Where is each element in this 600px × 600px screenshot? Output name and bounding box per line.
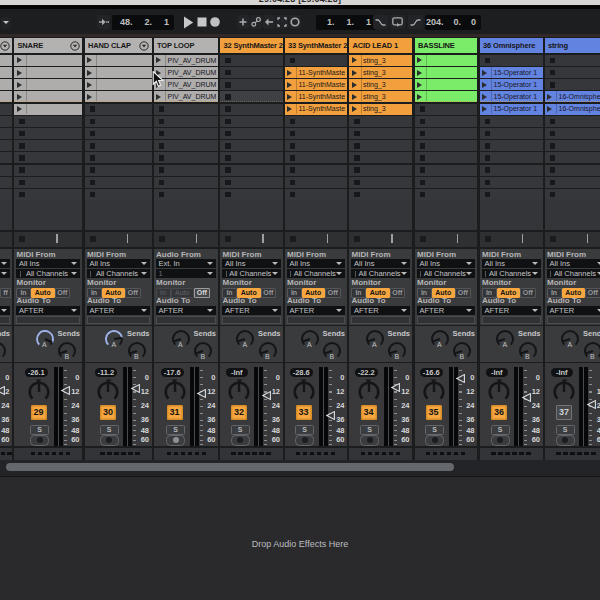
clip-play-icon[interactable] <box>17 70 22 76</box>
clip-slot-clip[interactable] <box>14 104 82 115</box>
clip-stop-icon[interactable] <box>225 131 231 137</box>
send-b-knob[interactable] <box>0 341 7 361</box>
solo-button[interactable]: S <box>100 425 119 436</box>
clip-slot-empty[interactable] <box>154 104 219 115</box>
clip-slot-clip[interactable]: sting_3 <box>349 104 412 115</box>
clip-play-icon[interactable] <box>482 82 487 88</box>
clip-slot-empty[interactable] <box>285 128 348 139</box>
clip-slot-empty[interactable] <box>0 152 12 163</box>
clip-slot-empty[interactable] <box>154 140 219 151</box>
clip-slot-empty[interactable] <box>415 128 478 139</box>
volume-value[interactable]: -22.2 <box>355 368 378 378</box>
clip-slot-empty[interactable] <box>14 165 82 176</box>
clip-stop-icon[interactable] <box>19 180 25 186</box>
arm-button[interactable] <box>491 435 510 446</box>
clip-play-icon[interactable] <box>87 70 92 76</box>
track-number-button[interactable]: 36 <box>491 405 507 420</box>
clip-slot-empty[interactable] <box>0 165 12 176</box>
clip-slot-empty[interactable] <box>545 177 600 188</box>
clip-play-icon[interactable] <box>482 70 487 76</box>
clip-slot-empty[interactable] <box>349 128 412 139</box>
clip-slot-clip[interactable] <box>415 91 478 102</box>
stop-all-clips-button[interactable] <box>90 236 96 242</box>
clip-stop-icon[interactable] <box>90 131 96 137</box>
transport-left-menu-button[interactable] <box>1 17 11 29</box>
clip-slot-empty[interactable] <box>349 116 412 127</box>
clip-slot-empty[interactable] <box>415 116 478 127</box>
clip-stop-icon[interactable] <box>550 58 556 64</box>
clip-slot-clip[interactable] <box>0 79 12 90</box>
clip-stop-icon[interactable] <box>485 143 491 149</box>
clip-stop-icon[interactable] <box>159 106 165 112</box>
fader-handle[interactable] <box>456 374 465 383</box>
solo-button[interactable]: S <box>166 425 185 436</box>
monitor-off-button[interactable]: Off <box>455 288 471 298</box>
fader-handle[interactable] <box>522 393 531 402</box>
clip-play-icon[interactable] <box>287 82 292 88</box>
clip-slot-empty[interactable] <box>0 128 12 139</box>
clip-stop-icon[interactable] <box>90 192 96 198</box>
clip-slot-empty[interactable] <box>0 189 12 200</box>
clip-slot-empty[interactable] <box>349 165 412 176</box>
clip-stop-icon[interactable] <box>159 167 165 173</box>
track-header[interactable]: string <box>545 38 600 53</box>
input-channel-chooser[interactable]: All Channels <box>0 269 10 278</box>
clip-stop-icon[interactable] <box>420 106 426 112</box>
output-chooser[interactable]: AFTER <box>156 306 217 315</box>
scrollbar-thumb[interactable] <box>6 463 454 471</box>
clip-stop-icon[interactable] <box>485 58 491 64</box>
clip-stop-icon[interactable] <box>225 94 231 100</box>
clip-stop-icon[interactable] <box>354 131 360 137</box>
input-type-chooser[interactable]: All Ins <box>482 259 541 268</box>
clip-slot-clip[interactable]: 15-Operator 1 <box>480 67 543 78</box>
input-channel-chooser[interactable]: All Channels <box>482 269 541 278</box>
pan-knob[interactable] <box>164 381 186 403</box>
clip-stop-icon[interactable] <box>290 180 296 186</box>
clip-slot-clip[interactable]: 11-SynthMaste <box>285 91 348 102</box>
clip-stop-icon[interactable] <box>225 180 231 186</box>
fader-handle[interactable] <box>587 400 596 409</box>
clip-stop-icon[interactable] <box>354 192 360 198</box>
clip-play-icon[interactable] <box>17 94 22 100</box>
clip-slot-empty[interactable] <box>285 55 348 66</box>
clip-slot-empty[interactable] <box>545 140 600 151</box>
clip-slot-empty[interactable] <box>0 177 12 188</box>
clip-play-icon[interactable] <box>417 82 422 88</box>
fader-handle[interactable] <box>262 391 271 400</box>
clip-slot-empty[interactable] <box>285 177 348 188</box>
clip-stop-icon[interactable] <box>19 155 25 161</box>
clip-slot-empty[interactable] <box>220 189 283 200</box>
clip-stop-icon[interactable] <box>550 119 556 125</box>
clip-slot-empty[interactable] <box>545 128 600 139</box>
clip-slot-empty[interactable] <box>14 189 82 200</box>
clip-stop-icon[interactable] <box>225 143 231 149</box>
clip-slot-clip[interactable]: 16-Omnisphe <box>545 91 600 102</box>
clip-play-icon[interactable] <box>156 94 161 100</box>
track-number-button[interactable]: 33 <box>296 405 312 420</box>
clip-play-icon[interactable] <box>417 94 422 100</box>
input-channel-chooser[interactable]: All Channels <box>287 269 346 278</box>
draw-mode-button[interactable] <box>276 15 288 29</box>
clip-stop-icon[interactable] <box>290 131 296 137</box>
solo-button[interactable]: S <box>231 425 250 436</box>
clip-stop-icon[interactable] <box>550 167 556 173</box>
clip-slot-clip[interactable] <box>85 67 152 78</box>
output-chooser[interactable]: AFTER <box>351 306 410 315</box>
clip-stop-icon[interactable] <box>420 131 426 137</box>
clip-slot-clip[interactable] <box>415 55 478 66</box>
clip-stop-icon[interactable] <box>420 155 426 161</box>
clip-slot-empty[interactable] <box>220 177 283 188</box>
clip-stop-icon[interactable] <box>19 192 25 198</box>
monitor-off-button[interactable]: Off <box>325 288 341 298</box>
monitor-off-button[interactable]: Off <box>55 288 71 298</box>
clip-play-icon[interactable] <box>287 94 292 100</box>
clip-slot-clip[interactable]: sting_3 <box>349 91 412 102</box>
output-chooser[interactable]: AFTER <box>547 306 600 315</box>
input-type-chooser[interactable]: All Ins <box>222 259 281 268</box>
clip-play-icon[interactable] <box>17 57 22 63</box>
pan-knob[interactable] <box>293 381 315 403</box>
fold-arrow-icon[interactable] <box>0 41 10 51</box>
pan-knob[interactable] <box>97 381 119 403</box>
clip-slot-clip[interactable] <box>14 55 82 66</box>
stop-all-clips-button[interactable] <box>485 236 491 242</box>
